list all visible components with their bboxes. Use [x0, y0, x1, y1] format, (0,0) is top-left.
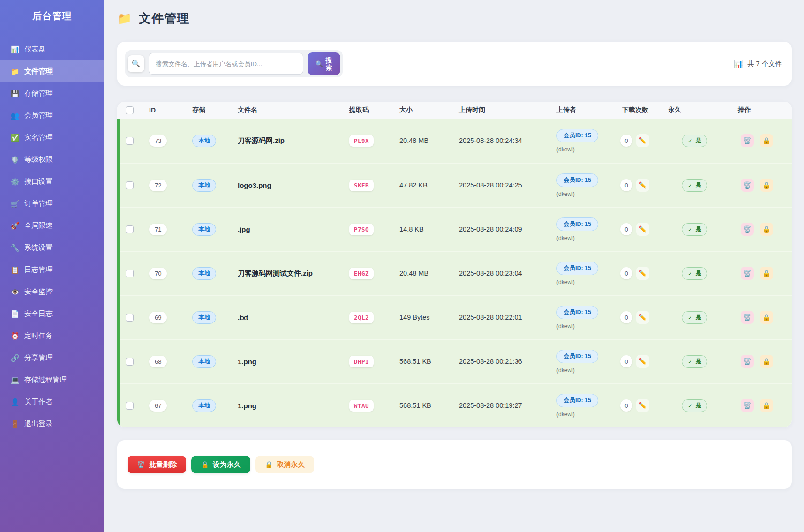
- sidebar-item[interactable]: 📋 日志管理: [0, 259, 104, 281]
- delete-file-button[interactable]: 🗑️: [741, 223, 754, 236]
- sidebar-item-label: 安全监控: [24, 287, 53, 296]
- uploader-name: (dkewl): [556, 235, 575, 241]
- sidebar-item-icon: 📄: [10, 310, 20, 318]
- lock-file-button[interactable]: 🔒: [760, 311, 773, 324]
- row-checkbox[interactable]: [126, 270, 134, 277]
- set-permanent-button[interactable]: 🔒 设为永久: [191, 456, 250, 473]
- column-header-uploader: 上传者: [549, 102, 615, 119]
- sidebar-item[interactable]: 🔧 系统设置: [0, 237, 104, 259]
- lock-file-button[interactable]: 🔒: [760, 179, 773, 192]
- delete-file-button[interactable]: 🗑️: [741, 311, 754, 324]
- sidebar-item[interactable]: ⏰ 定时任务: [0, 325, 104, 347]
- sidebar-item[interactable]: ✅ 实名管理: [0, 127, 104, 149]
- sidebar-item[interactable]: 💻 存储过程管理: [0, 369, 104, 391]
- permanent-label: 是: [695, 270, 701, 277]
- edit-downloads-button[interactable]: ✏️: [636, 355, 649, 368]
- row-checkbox[interactable]: [126, 314, 134, 322]
- file-name: 1.png: [238, 402, 256, 410]
- lock-icon: 🔒: [762, 137, 770, 144]
- delete-file-button[interactable]: 🗑️: [741, 179, 754, 192]
- lock-file-button[interactable]: 🔒: [760, 223, 773, 236]
- row-checkbox[interactable]: [126, 358, 134, 366]
- row-checkbox[interactable]: [126, 225, 134, 233]
- uploader-id-badge: 会员ID: 15: [556, 306, 598, 319]
- sidebar-item[interactable]: 🔗 分享管理: [0, 347, 104, 369]
- sidebar-item[interactable]: 👥 会员管理: [0, 105, 104, 127]
- sidebar-item-icon: 💻: [10, 376, 20, 384]
- sidebar-item-label: 订单管理: [24, 199, 53, 208]
- batch-delete-button[interactable]: 🗑️ 批量删除: [128, 456, 186, 473]
- sidebar-item[interactable]: 📁 文件管理: [0, 60, 104, 82]
- sidebar-item-icon: 💾: [10, 90, 20, 98]
- sidebar-item[interactable]: 🛒 订单管理: [0, 193, 104, 215]
- uploader-id-badge: 会员ID: 15: [556, 394, 598, 407]
- sidebar-item-icon: 🛒: [10, 200, 20, 208]
- sidebar-item[interactable]: 📊 仪表盘: [0, 38, 104, 60]
- upload-time: 2025-08-28 00:24:34: [451, 119, 549, 163]
- file-size: 568.51 KB: [392, 340, 451, 383]
- lock-file-button[interactable]: 🔒: [760, 355, 773, 368]
- trash-icon: 🗑️: [743, 402, 751, 409]
- download-count: 0: [620, 223, 632, 235]
- edit-downloads-button[interactable]: ✏️: [636, 311, 649, 324]
- lock-icon: 🔒: [201, 461, 209, 468]
- sidebar-item[interactable]: 💾 存储管理: [0, 82, 104, 105]
- sidebar-item-icon: ✅: [10, 134, 20, 142]
- download-count: 0: [620, 267, 632, 279]
- extract-code-badge: WTAU: [349, 400, 374, 412]
- select-all-checkbox[interactable]: [126, 106, 134, 114]
- storage-badge: 本地: [192, 399, 216, 412]
- search-input[interactable]: [149, 53, 303, 75]
- edit-downloads-button[interactable]: ✏️: [636, 399, 649, 412]
- edit-downloads-button[interactable]: ✏️: [636, 267, 649, 280]
- row-checkbox[interactable]: [126, 402, 134, 410]
- sidebar-item[interactable]: 👤 关于作者: [0, 391, 104, 413]
- delete-file-button[interactable]: 🗑️: [741, 355, 754, 368]
- uploader-name: (dkewl): [556, 191, 575, 197]
- permanent-label: 是: [695, 137, 701, 145]
- file-id-badge: 69: [149, 312, 167, 323]
- edit-downloads-button[interactable]: ✏️: [636, 179, 649, 192]
- sidebar-item-label: 存储管理: [24, 89, 53, 98]
- lock-file-button[interactable]: 🔒: [760, 267, 773, 280]
- folder-icon: 📁: [117, 12, 132, 25]
- sidebar-item-label: 安全日志: [24, 309, 53, 318]
- column-header-downloads: 下载次数: [615, 102, 661, 119]
- extract-code-badge: PL9X: [349, 135, 374, 147]
- table-row: 69 本地 .txt 2QL2 149 Bytes 2025-08-28 00:…: [120, 295, 792, 339]
- sidebar-item[interactable]: 🛡️ 等级权限: [0, 149, 104, 171]
- edit-downloads-button[interactable]: ✏️: [636, 223, 649, 236]
- cancel-permanent-button[interactable]: 🔒 取消永久: [255, 456, 314, 473]
- download-count: 0: [620, 179, 632, 191]
- file-name: 刀客源码网测试文件.zip: [238, 269, 313, 278]
- sidebar-item-label: 等级权限: [24, 155, 53, 164]
- sidebar-item[interactable]: 🚀 全局限速: [0, 215, 104, 237]
- sidebar-item[interactable]: ⚙️ 接口设置: [0, 171, 104, 193]
- sidebar: 后台管理 📊 仪表盘 📁 文件管理 💾 存储管理 👥: [0, 0, 104, 532]
- extract-code-badge: 2QL2: [349, 312, 374, 323]
- sidebar-item-icon: ⏰: [10, 332, 20, 340]
- sidebar-item[interactable]: 🚪 退出登录: [0, 413, 104, 435]
- storage-badge: 本地: [192, 267, 216, 280]
- search-button[interactable]: 🔍 搜索: [308, 52, 340, 75]
- edit-downloads-button[interactable]: ✏️: [636, 134, 649, 147]
- lock-icon: 🔒: [762, 314, 770, 321]
- uploader-name: (dkewl): [556, 323, 575, 330]
- extract-code-badge: SKEB: [349, 180, 374, 191]
- download-count: 0: [620, 135, 632, 147]
- sidebar-item[interactable]: 📄 安全日志: [0, 303, 104, 325]
- file-count-text: 共 7 个文件: [747, 60, 782, 68]
- delete-file-button[interactable]: 🗑️: [741, 134, 754, 147]
- lock-file-button[interactable]: 🔒: [760, 134, 773, 147]
- delete-file-button[interactable]: 🗑️: [741, 267, 754, 280]
- delete-file-button[interactable]: 🗑️: [741, 399, 754, 412]
- uploader-id-badge: 会员ID: 15: [556, 350, 598, 363]
- row-checkbox[interactable]: [126, 137, 134, 145]
- table-row: 68 本地 1.png DHPI 568.51 KB 2025-08-28 00…: [120, 339, 792, 383]
- sidebar-item[interactable]: 👁️ 安全监控: [0, 281, 104, 303]
- file-size: 568.51 KB: [392, 384, 451, 427]
- lock-icon: 🔒: [762, 358, 770, 365]
- lock-file-button[interactable]: 🔒: [760, 399, 773, 412]
- row-checkbox[interactable]: [126, 181, 134, 189]
- permanent-badge: ✓ 是: [682, 135, 707, 147]
